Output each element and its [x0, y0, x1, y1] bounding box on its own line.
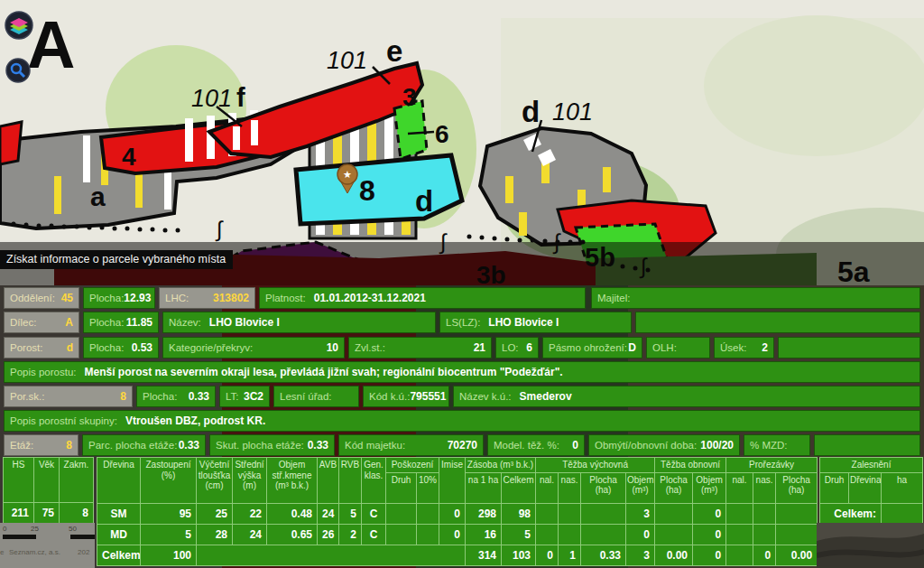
scale-bar-segment	[70, 535, 95, 539]
field-empty	[635, 312, 920, 333]
field-label: Popis porostu:	[10, 367, 77, 377]
field-label: OLH:	[652, 342, 677, 353]
field-value: 0.33	[179, 439, 199, 452]
cell: 1	[559, 545, 581, 565]
map-label-d-cyan: d	[415, 184, 433, 218]
field-label: Kategorie/překryv:	[169, 342, 253, 353]
search-button[interactable]	[5, 58, 32, 85]
field-label: Název:	[169, 317, 201, 328]
map-label-d101-letter: d	[522, 95, 540, 128]
cell: 25	[197, 503, 233, 524]
cell	[417, 503, 439, 524]
field-porsk: Por.sk.:8	[4, 386, 133, 407]
field-label: Dílec:	[10, 317, 36, 328]
field-label: Obmýtí/obnovní doba:	[595, 440, 697, 451]
app-screen: ∫ ∫ ∫ ∫ 101 f 101 e 3 4 6 a 8 d d 101 5b…	[0, 0, 924, 568]
map-label-101f-letter: f	[236, 83, 245, 112]
field-value: 795551	[410, 390, 446, 403]
cell	[417, 524, 439, 545]
field-value: 45	[61, 292, 73, 304]
field-label: Kód k.ú.:	[369, 391, 410, 402]
header-nal: nal.	[536, 472, 559, 503]
field-nazev: Název:LHO Blovice I	[162, 312, 436, 333]
header-avb: AVB	[318, 458, 339, 504]
cell-total-label: Celkem:	[97, 545, 141, 565]
cell	[726, 503, 753, 524]
field-value: D	[628, 341, 636, 354]
cell	[882, 503, 923, 524]
field-pasmo: Pásmo ohrožení:D	[542, 337, 642, 358]
cell: 5	[339, 503, 362, 524]
header-zalesneni: Zalesnění	[820, 458, 923, 473]
field-kod-majetku: Kód majetku:70270	[338, 434, 484, 456]
cell: 100	[141, 545, 197, 565]
header-prorezavky: Prořezávky	[726, 458, 818, 473]
cell: 0	[439, 503, 466, 524]
cell: 75	[34, 503, 60, 524]
header-drevina: Dřevina	[97, 458, 141, 504]
field-value: 70270	[448, 439, 477, 452]
header-celkem: Celkem	[502, 472, 536, 503]
field-label: Model. těž. %:	[494, 440, 559, 451]
field-value: 313802	[213, 292, 249, 304]
field-value: A	[65, 316, 73, 329]
cell: SM	[97, 503, 141, 524]
cell	[386, 503, 417, 524]
field-obmyti: Obmýtí/obnovní doba:100/20	[588, 434, 740, 456]
map-bottom-right	[817, 523, 924, 568]
hs-table: HS Věk Zakm. 211 75 8	[3, 457, 94, 524]
field-plocha-oddeleni: Plocha:12.93	[83, 287, 155, 309]
scale-tick: 50	[69, 525, 77, 533]
map-label-4: 4	[122, 143, 136, 171]
field-porost: Porost:d	[4, 337, 79, 358]
header-nal: nal.	[726, 472, 753, 503]
field-label: Porost:	[10, 342, 42, 353]
field-label: Název k.ú.:	[459, 391, 512, 402]
field-mzd: % MZD:	[744, 434, 810, 456]
cell: 0.33	[581, 545, 626, 565]
row-md: MD 5 28 24 0.65 26 2 C 0 16 5 0 0	[97, 524, 818, 545]
cell: 0	[439, 524, 466, 545]
field-label: Majitel:	[597, 293, 630, 303]
map-label-d101-num: 101	[552, 98, 593, 126]
cell: 0	[693, 503, 726, 524]
field-label: Plocha:	[143, 391, 177, 402]
map-label-8: 8	[359, 174, 375, 207]
cell: C	[362, 503, 386, 524]
field-value: 21	[474, 341, 485, 354]
cell: 5	[141, 524, 197, 545]
field-label: Skut. plocha etáže:	[216, 440, 304, 451]
field-label: Kód majetku:	[345, 440, 405, 451]
header-druh: Druh	[386, 472, 417, 503]
field-label: Platnost:	[265, 293, 306, 303]
field-kategorie: Kategorie/překryv:10	[162, 337, 345, 358]
field-label: Úsek:	[720, 342, 746, 353]
field-value: 0	[572, 439, 578, 452]
header-zakm: Zakm.	[60, 458, 94, 503]
cell	[655, 524, 693, 545]
map-label-3: 3	[402, 83, 417, 111]
field-oddeleni: Oddělení:45	[4, 287, 79, 309]
field-plocha-porost: Plocha:0.53	[83, 337, 159, 358]
map-attribution: Seznam.cz, a.s.	[9, 548, 60, 556]
field-skut-plocha: Skut. plocha etáže:0.33	[209, 434, 335, 456]
field-plocha-dilec: Plocha:11.85	[83, 312, 159, 333]
field-lo: LO:6	[495, 337, 539, 358]
layers-button[interactable]	[4, 10, 36, 42]
header-row: Zalesnění	[820, 458, 923, 473]
cell-total-label: Celkem:	[820, 503, 882, 524]
field-value: 6	[526, 341, 532, 354]
field-lhc: LHC:313802	[159, 287, 255, 309]
attribution-fragment: e	[0, 548, 4, 556]
cell: 28	[197, 524, 233, 545]
cell: 298	[466, 503, 502, 524]
field-value: Smederov	[520, 390, 572, 403]
cell: 0	[626, 524, 655, 545]
map-label-101e-num: 101	[327, 47, 367, 74]
cell: 26	[318, 524, 339, 545]
field-label: Por.sk.:	[10, 391, 44, 402]
header-row-sub: Druh Dřevina ha	[820, 472, 923, 503]
field-majitel: Majitel:	[591, 287, 920, 309]
header-gen-klas: Gen. klas.	[362, 458, 386, 504]
field-label: Oddělení:	[10, 293, 55, 303]
